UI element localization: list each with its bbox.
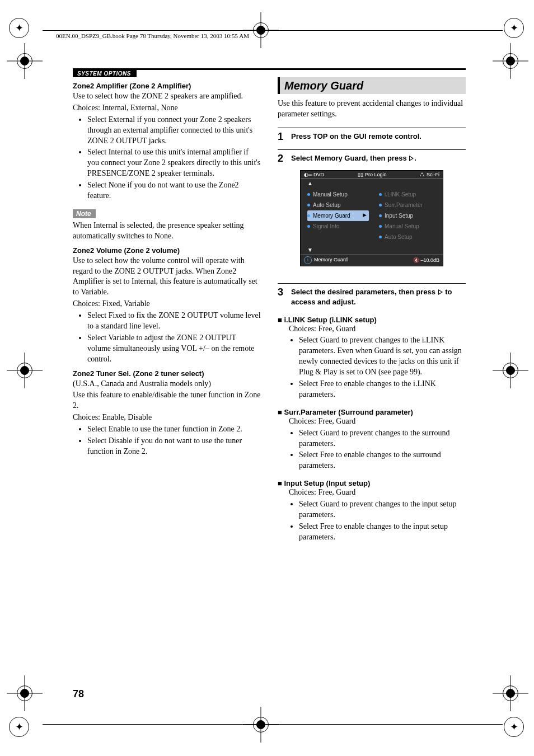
step-text-b: . bbox=[414, 154, 416, 162]
gui-status-decoder: ▯▯ Pro Logic bbox=[358, 172, 386, 177]
gui-left-menu: Manual Setup Auto Setup Memory Guard Sig… bbox=[307, 189, 369, 232]
step-text-a: Select the desired parameters, then pres… bbox=[291, 288, 438, 296]
list-item: Select Enable to use the tuner function … bbox=[87, 424, 261, 435]
step-2: 2 Select Memory Guard, then press . bbox=[278, 149, 466, 163]
crop-line bbox=[43, 30, 503, 31]
crop-target bbox=[17, 685, 32, 701]
list-item: Select Free to enable changes to the i.L… bbox=[299, 379, 466, 400]
right-arrow-icon bbox=[409, 156, 414, 161]
gui-screenshot: ◐═ DVD ▯▯ Pro Logic ⛼ Sci-Fi ▲ Manual Se… bbox=[300, 170, 443, 266]
page-number: 78 bbox=[73, 688, 84, 700]
gui-menu-item: Input Setup bbox=[379, 210, 441, 221]
title-memory-guard: Memory Guard bbox=[278, 77, 466, 94]
section-label: SYSTEM OPTIONS bbox=[73, 70, 137, 77]
gui-status-input: ◐═ DVD bbox=[304, 172, 324, 177]
step-number: 2 bbox=[278, 153, 285, 163]
list-item: Select External if you connect your Zone… bbox=[87, 115, 261, 147]
page-content: SYSTEM OPTIONS Zone2 Amplifier (Zone 2 A… bbox=[73, 68, 466, 678]
list-item: Select Guard to prevent changes to the s… bbox=[299, 428, 466, 449]
body-text: Choices: Free, Guard bbox=[289, 487, 466, 498]
heading-ilink: i.LINK Setup (i.LINK setup) bbox=[278, 316, 466, 324]
gui-status-program: ⛼ Sci-Fi bbox=[420, 172, 439, 177]
list-item: Select Free to enable changes to the sur… bbox=[299, 450, 466, 471]
info-icon: i bbox=[304, 256, 312, 264]
header-filename: 00EN.00_DSPZ9_GB.book Page 78 Thursday, … bbox=[56, 32, 249, 39]
heading-surr-parameter: Surr.Parameter (Surround parameter) bbox=[278, 408, 466, 416]
heading-zone2-volume: Zone2 Volume (Zone 2 volume) bbox=[73, 246, 261, 255]
body-text: Use to select how the volume control wil… bbox=[73, 256, 261, 298]
gui-menu-item: Signal Info. bbox=[307, 221, 369, 232]
body-text: Choices: Internal, External, None bbox=[73, 103, 261, 114]
gui-footer: iMemory Guard 🔇 –10.0dB bbox=[301, 254, 443, 266]
crop-line bbox=[43, 724, 503, 725]
right-column: Memory Guard Use this feature to prevent… bbox=[278, 77, 466, 546]
crop-mark bbox=[504, 717, 524, 737]
bullet-list: Select Enable to use the tuner function … bbox=[73, 424, 261, 457]
step-1: 1 Press TOP on the GUI remote control. bbox=[278, 128, 466, 142]
body-text: Choices: Enable, Disable bbox=[73, 412, 261, 423]
heading-input-setup: Input Setup (Input setup) bbox=[278, 479, 466, 487]
up-arrow-icon: ▲ bbox=[307, 180, 313, 186]
gui-menu-item: i.LINK Setup bbox=[379, 189, 441, 200]
right-arrow-icon bbox=[438, 289, 443, 295]
gui-right-menu: i.LINK Setup Surr.Parameter Input Setup … bbox=[379, 189, 441, 242]
body-text: Choices: Fixed, Variable bbox=[73, 299, 261, 309]
left-column: Zone2 Amplifier (Zone 2 Amplifier) Use t… bbox=[73, 77, 261, 546]
crop-target bbox=[17, 363, 32, 378]
body-text: Use this feature to enable/disable the t… bbox=[73, 390, 261, 411]
title-text: Memory Guard bbox=[284, 79, 363, 92]
body-text: (U.S.A., Canada and Australia models onl… bbox=[73, 379, 261, 389]
step-number: 1 bbox=[278, 132, 285, 142]
gui-body: ▲ Manual Setup Auto Setup Memory Guard S… bbox=[301, 179, 443, 254]
step-text: Select the desired parameters, then pres… bbox=[291, 287, 466, 307]
down-arrow-icon: ▼ bbox=[307, 247, 313, 253]
step-number: 3 bbox=[278, 287, 285, 297]
body-text: Use to select how the ZONE 2 speakers ar… bbox=[73, 91, 261, 102]
step-text: Select Memory Guard, then press . bbox=[291, 153, 416, 163]
crop-target bbox=[503, 363, 518, 378]
step-3: 3 Select the desired parameters, then pr… bbox=[278, 283, 466, 307]
body-text: Choices: Free, Guard bbox=[289, 324, 466, 335]
list-item: Select Variable to adjust the ZONE 2 OUT… bbox=[87, 333, 261, 365]
heading-zone2-tuner: Zone2 Tuner Sel. (Zone 2 tuner select) bbox=[73, 369, 261, 378]
crop-target bbox=[503, 53, 518, 69]
bullet-list: Select Fixed to fix the ZONE 2 OUTPUT vo… bbox=[73, 311, 261, 364]
note-text: When Internal is selected, the presence … bbox=[73, 220, 261, 242]
bullet-list: Select Guard to prevent changes to the i… bbox=[289, 499, 466, 543]
gui-footer-volume: 🔇 –10.0dB bbox=[413, 257, 439, 263]
gui-menu-item-selected: Memory Guard bbox=[307, 210, 369, 221]
bullet-list: Select Guard to prevent changes to the i… bbox=[289, 335, 466, 400]
list-item: Select Guard to prevent changes to the i… bbox=[299, 499, 466, 520]
list-item: Select Guard to prevent changes to the i… bbox=[299, 335, 466, 378]
gui-menu-item: Auto Setup bbox=[307, 200, 369, 210]
gui-menu-item: Auto Setup bbox=[379, 232, 441, 242]
crop-mark bbox=[504, 18, 524, 38]
crop-target bbox=[503, 685, 518, 701]
body-text: Use this feature to prevent accidental c… bbox=[278, 98, 466, 120]
gui-status-bar: ◐═ DVD ▯▯ Pro Logic ⛼ Sci-Fi bbox=[301, 171, 443, 179]
gui-footer-label: Memory Guard bbox=[314, 257, 348, 262]
bullet-list: Select External if you connect your Zone… bbox=[73, 115, 261, 201]
gui-menu-item: Manual Setup bbox=[307, 189, 369, 200]
crop-mark bbox=[9, 717, 29, 737]
crop-target bbox=[253, 717, 269, 732]
body-text: Choices: Free, Guard bbox=[289, 416, 466, 427]
heading-zone2-amplifier: Zone2 Amplifier (Zone 2 Amplifier) bbox=[73, 82, 261, 90]
step-text-a: Select Memory Guard, then press bbox=[291, 154, 409, 162]
gui-menu-item: Manual Setup bbox=[379, 221, 441, 232]
crop-target bbox=[17, 53, 32, 69]
list-item: Select Free to enable changes to the inp… bbox=[299, 522, 466, 543]
note-label: Note bbox=[73, 209, 96, 218]
list-item: Select Fixed to fix the ZONE 2 OUTPUT vo… bbox=[87, 311, 261, 332]
crop-mark bbox=[9, 18, 29, 38]
bullet-list: Select Guard to prevent changes to the s… bbox=[289, 428, 466, 472]
list-item: Select Disable if you do not want to use… bbox=[87, 436, 261, 457]
gui-menu-item: Surr.Parameter bbox=[379, 200, 441, 210]
list-item: Select Internal to use this unit's inter… bbox=[87, 147, 261, 179]
step-text: Press TOP on the GUI remote control. bbox=[291, 132, 421, 142]
list-item: Select None if you do not want to use th… bbox=[87, 180, 261, 201]
